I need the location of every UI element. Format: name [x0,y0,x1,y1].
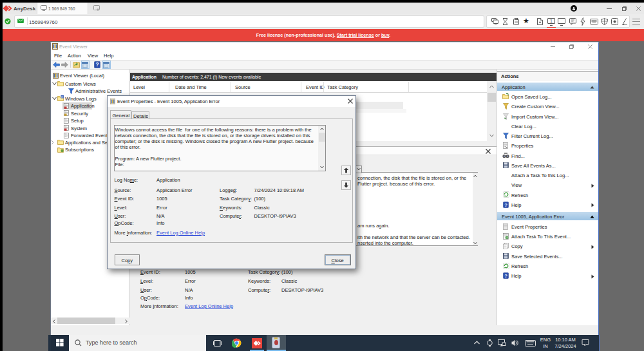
svg-text:?: ? [504,202,507,207]
svg-text:?: ? [95,61,99,68]
svg-text:1: 1 [550,19,553,23]
svg-text:?: ? [504,273,507,279]
